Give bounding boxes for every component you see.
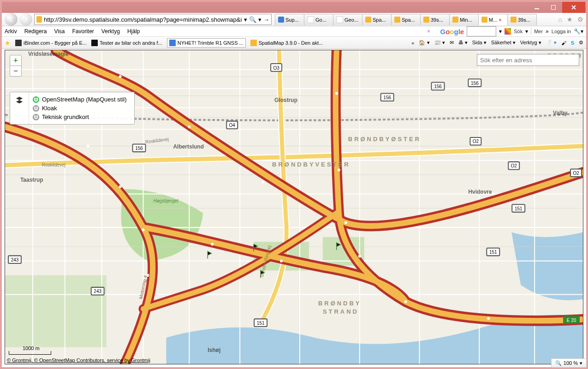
- rss-prev-icon[interactable]: «: [411, 40, 414, 46]
- mail-icon[interactable]: ✉: [450, 40, 454, 46]
- layer-kloak[interactable]: Kloak: [33, 104, 127, 113]
- bookmark-spatialmap[interactable]: SpatialMap 3.9.0 - Den akt...: [250, 40, 323, 46]
- zoom-level: 100 %: [564, 360, 578, 366]
- star-icon[interactable]: ★: [5, 39, 11, 47]
- bookmark-ibinder[interactable]: iBinder.com - Bygger på E...: [15, 40, 87, 46]
- spatialmap-icon: [423, 17, 429, 23]
- tab-39s1[interactable]: 39s...: [420, 14, 450, 25]
- close-button[interactable]: [562, 2, 585, 13]
- svg-text:E 20: E 20: [567, 317, 576, 322]
- navigation-row: http://39sv.demo.spatialsuite.com/spatia…: [2, 13, 586, 26]
- google-search-input[interactable]: [467, 26, 496, 36]
- power-off-icon: [33, 114, 39, 120]
- refresh-icon[interactable]: 🔍 ▾: [249, 16, 261, 23]
- menu-favoriter[interactable]: Favoriter: [72, 28, 94, 35]
- bookmark-tester[interactable]: Tester av bilar och andra f...: [91, 40, 162, 46]
- home-dd-icon[interactable]: 🏠: [419, 40, 429, 46]
- layer-osm[interactable]: OpenStreetMap (MapQuest stil): [33, 95, 127, 104]
- tabbar: Sup... Go... Geo... Spa... Spa... 39s...…: [275, 14, 537, 25]
- skype-icon[interactable]: S: [571, 40, 574, 46]
- svg-text:151: 151: [515, 206, 523, 211]
- svg-text:Glostrup: Glostrup: [274, 97, 297, 103]
- google-sok[interactable]: Sök: [514, 29, 523, 34]
- minimize-button[interactable]: [529, 3, 545, 12]
- settings-icon[interactable]: ⚙: [577, 16, 583, 23]
- spatialmap-icon: [250, 40, 257, 46]
- layer-panel: OpenStreetMap (MapQuest stil) Kloak Tekn…: [10, 92, 135, 125]
- svg-text:156: 156: [471, 81, 479, 86]
- spatialmap-icon: [365, 17, 371, 23]
- svg-point-23: [280, 260, 283, 262]
- tab-google1[interactable]: Go...: [304, 14, 333, 25]
- print-dd-icon[interactable]: 🖶: [458, 40, 468, 46]
- bookmark-trimble[interactable]: NYHET! Trimble R1 GNSS ...: [167, 38, 246, 48]
- menu-arkiv[interactable]: Arkiv: [5, 28, 17, 35]
- tab-close-icon[interactable]: ×: [499, 17, 501, 23]
- map-canvas[interactable]: O3 O4 156 156 156 156 O2 O2 O2 151 151 1…: [5, 50, 583, 364]
- page-dd[interactable]: Sida: [472, 40, 487, 46]
- layers-icon[interactable]: [10, 92, 29, 124]
- menu-verktyg[interactable]: Verktyg: [101, 28, 120, 35]
- svg-text:Hvidovre: Hvidovre: [468, 189, 492, 195]
- stop-icon[interactable]: →: [263, 16, 269, 23]
- zoom-dropdown-icon[interactable]: ▾: [580, 360, 582, 366]
- zoom-out-button[interactable]: −: [10, 66, 21, 76]
- help-dd-icon[interactable]: ❔: [546, 40, 557, 46]
- scale-bar: 1000 m: [9, 345, 51, 355]
- zoom-icon[interactable]: 🔍: [555, 360, 562, 366]
- tab-min[interactable]: Min...: [449, 14, 479, 25]
- svg-text:O2: O2: [511, 163, 517, 168]
- attribution-text[interactable]: © Grontmij, © OpenStreetMap Contributors…: [7, 357, 150, 363]
- tab-spa2[interactable]: Spa...: [391, 14, 421, 25]
- site-icon: [36, 16, 42, 23]
- svg-rect-6: [5, 275, 107, 347]
- safety-dd[interactable]: Säkerhet: [491, 40, 516, 46]
- svg-point-8: [119, 185, 122, 188]
- spatialmap-icon: [394, 17, 400, 23]
- tools-dd[interactable]: Verktyg: [520, 40, 541, 46]
- spatialmap-icon: [511, 17, 517, 23]
- svg-text:Ishøj: Ishøj: [208, 347, 220, 353]
- brush-icon[interactable]: 🖌: [561, 40, 566, 46]
- menubar-close-icon[interactable]: ×: [424, 27, 433, 36]
- maximize-button[interactable]: [546, 3, 561, 12]
- svg-point-14: [344, 221, 347, 224]
- google-login[interactable]: Logga in: [552, 29, 571, 34]
- svg-text:BRØNDBYØSTER: BRØNDBYØSTER: [348, 136, 421, 143]
- home-icon[interactable]: ⌂: [558, 16, 562, 23]
- svg-text:156: 156: [135, 146, 143, 151]
- address-search-input[interactable]: [477, 54, 579, 66]
- tab-active[interactable]: M...×: [478, 14, 508, 25]
- menu-help[interactable]: Hjälp: [127, 28, 140, 35]
- zoom-in-button[interactable]: +: [10, 55, 21, 66]
- tab-spa1[interactable]: Spa...: [362, 14, 392, 25]
- svg-text:Valby: Valby: [553, 110, 567, 116]
- svg-point-22: [211, 243, 214, 245]
- wrench-icon[interactable]: 🔧▾: [574, 28, 583, 35]
- power-on-icon: [33, 96, 39, 103]
- gear-icon[interactable]: ⚙: [579, 40, 583, 46]
- svg-point-19: [358, 255, 361, 257]
- url-text: http://39sv.demo.spatialsuite.com/spatia…: [44, 16, 242, 23]
- ibinder-icon: [15, 40, 22, 46]
- feed-dd-icon[interactable]: 📰: [434, 40, 445, 46]
- svg-rect-0: [535, 8, 539, 9]
- favorites-icon[interactable]: ★: [567, 16, 573, 23]
- svg-point-18: [338, 168, 340, 171]
- layer-teknisk[interactable]: Teknisk grundkort: [33, 113, 127, 121]
- tab-support[interactable]: Sup...: [275, 14, 304, 25]
- forward-button[interactable]: [19, 13, 32, 26]
- menu-visa[interactable]: Visa: [54, 28, 65, 35]
- svg-point-21: [487, 317, 490, 320]
- google-mer[interactable]: Mer: [534, 29, 543, 34]
- svg-text:156: 156: [383, 95, 391, 100]
- google-logo: Google: [440, 28, 464, 36]
- menu-redigera[interactable]: Redigera: [24, 28, 47, 35]
- back-button[interactable]: [5, 13, 18, 26]
- tab-39s2[interactable]: 39s...: [507, 14, 537, 25]
- svg-text:BRØNDBY: BRØNDBY: [318, 300, 362, 307]
- favorites-bar: ★ iBinder.com - Bygger på E... Tester av…: [2, 37, 586, 49]
- spatialmap-icon: [481, 17, 487, 23]
- tab-geo[interactable]: Geo...: [333, 14, 362, 25]
- address-bar[interactable]: http://39sv.demo.spatialsuite.com/spatia…: [34, 14, 272, 25]
